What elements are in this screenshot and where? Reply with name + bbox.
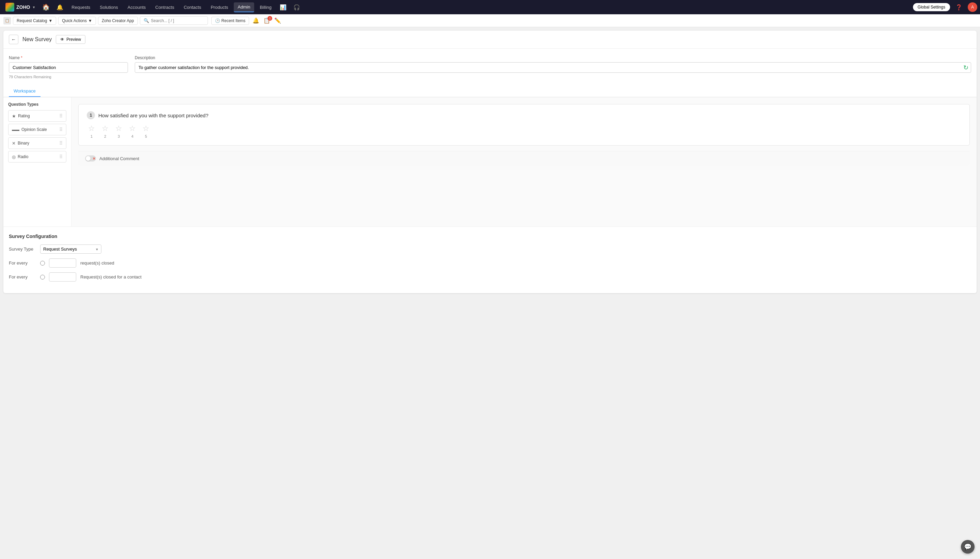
- binary-icon: ✕: [12, 141, 16, 146]
- name-input[interactable]: [9, 62, 128, 73]
- avatar[interactable]: A: [968, 2, 977, 12]
- star-label-5: 5: [145, 134, 147, 138]
- desc-label: Description: [135, 55, 971, 60]
- analytics-icon[interactable]: 📊: [277, 3, 289, 12]
- additional-comment-label: Additional Comment: [99, 156, 139, 161]
- for-every-radio-2[interactable]: [40, 275, 45, 280]
- name-label: Name *: [9, 55, 128, 60]
- refresh-icon-button[interactable]: ↻: [963, 64, 968, 71]
- opinion-scale-icon: ▬▬: [12, 127, 19, 132]
- star-label-2: 2: [104, 134, 106, 138]
- notes-icon-button[interactable]: 📋 1: [263, 17, 271, 25]
- search-bar[interactable]: 🔍: [140, 17, 208, 25]
- logo[interactable]: ZOHO ▼: [3, 3, 38, 12]
- star-1[interactable]: ☆ 1: [88, 124, 95, 138]
- desc-wrapper: ↻: [135, 62, 971, 73]
- additional-comment-row: ✕ Additional Comment: [78, 151, 970, 165]
- toggle-x-icon: ✕: [93, 157, 95, 160]
- survey-workspace: 1 How satisfied are you with the support…: [71, 97, 977, 227]
- help-icon[interactable]: ❓: [953, 3, 965, 12]
- nav-requests[interactable]: Requests: [67, 3, 94, 12]
- survey-type-select-wrap: Request Surveys Contact Surveys: [40, 245, 101, 254]
- for-every-input-2[interactable]: [49, 272, 76, 281]
- star-icon-1: ☆: [88, 124, 95, 133]
- global-settings-button[interactable]: Global Settings: [913, 3, 950, 11]
- catalog-icon: 📋: [3, 17, 11, 25]
- star-icon-5: ☆: [143, 124, 149, 133]
- desc-input[interactable]: [135, 62, 971, 73]
- drag-handle-opinion[interactable]: ⠿: [59, 127, 63, 132]
- nav-contracts[interactable]: Contracts: [151, 3, 178, 12]
- nav-products[interactable]: Products: [207, 3, 232, 12]
- recent-items-button[interactable]: 🕒 Recent Items: [211, 17, 249, 25]
- star-3[interactable]: ☆ 3: [115, 124, 122, 138]
- preview-label: Preview: [66, 37, 81, 42]
- page-header: ← New Survey 👁 Preview: [3, 31, 977, 49]
- recent-icon: 🕒: [215, 18, 220, 23]
- toggle-knob: [86, 156, 91, 161]
- config-title: Survey Configuration: [9, 233, 971, 239]
- panel-title: Question Types: [8, 102, 66, 107]
- nav-contacts[interactable]: Contacts: [180, 3, 205, 12]
- form-area: Name * 79 Characters Remaining Descripti…: [3, 49, 977, 86]
- star-icon-4: ☆: [129, 124, 136, 133]
- star-4[interactable]: ☆ 4: [129, 124, 136, 138]
- additional-comment-toggle[interactable]: ✕: [85, 155, 96, 162]
- for-every-row-2: For every Request(s) closed for a contac…: [9, 272, 971, 281]
- survey-type-row: Survey Type Request Surveys Contact Surv…: [9, 245, 971, 254]
- drag-handle-binary[interactable]: ⠿: [59, 141, 63, 146]
- for-every-input-1[interactable]: [49, 258, 76, 268]
- for-every-label-1: For every: [9, 260, 36, 266]
- nav-accounts[interactable]: Accounts: [124, 3, 150, 12]
- star-icon-2: ☆: [102, 124, 109, 133]
- recent-label: Recent Items: [222, 18, 246, 23]
- drag-handle-rating[interactable]: ⠿: [59, 113, 63, 119]
- star-5[interactable]: ☆ 5: [143, 124, 149, 138]
- quick-actions-chevron-icon: ▼: [88, 18, 92, 23]
- nav-admin[interactable]: Admin: [234, 2, 255, 12]
- tab-workspace[interactable]: Workspace: [9, 86, 40, 97]
- qtype-opinion-scale[interactable]: ▬▬ Opinion Scale ⠿: [8, 124, 66, 135]
- nav-solutions[interactable]: Solutions: [96, 3, 122, 12]
- question-block-1: 1 How satisfied are you with the support…: [78, 104, 970, 146]
- drag-handle-radio[interactable]: ⠿: [59, 154, 63, 159]
- chevron-down-icon: ▼: [32, 5, 35, 9]
- star-label-1: 1: [91, 134, 93, 138]
- qtype-radio-label: Radio: [18, 154, 28, 159]
- question-types-panel: Question Types ★ Rating ⠿ ▬▬ Opinion Sca…: [3, 97, 71, 227]
- back-button[interactable]: ←: [9, 35, 18, 44]
- workspace-tabs: Workspace: [3, 86, 977, 97]
- bell-icon-button[interactable]: 🔔: [252, 17, 260, 25]
- survey-type-select[interactable]: Request Surveys Contact Surveys: [40, 245, 101, 254]
- radio-icon: ◎: [12, 154, 16, 159]
- notifications-button[interactable]: 🔔: [54, 3, 66, 12]
- workspace-body: Question Types ★ Rating ⠿ ▬▬ Opinion Sca…: [3, 97, 977, 227]
- qtype-radio[interactable]: ◎ Radio ⠿: [8, 151, 66, 162]
- star-icon-3: ☆: [115, 124, 122, 133]
- star-2[interactable]: ☆ 2: [102, 124, 109, 138]
- required-star: *: [21, 55, 22, 60]
- request-catalog-button[interactable]: Request Catalog ▼: [13, 17, 56, 25]
- second-navigation: 📋 Request Catalog ▼ Quick Actions ▼ Zoho…: [0, 14, 980, 27]
- star-label-3: 3: [118, 134, 120, 138]
- page-title: New Survey: [22, 36, 52, 43]
- creator-label: Zoho Creator App: [102, 18, 134, 23]
- question-text: How satisfied are you with the support p…: [98, 112, 209, 118]
- nav-billing[interactable]: Billing: [255, 3, 275, 12]
- home-button[interactable]: 🏠: [40, 2, 52, 13]
- qtype-binary[interactable]: ✕ Binary ⠿: [8, 137, 66, 149]
- qtype-rating[interactable]: ★ Rating ⠿: [8, 110, 66, 122]
- toggle-wrap: ✕: [85, 155, 96, 162]
- search-input[interactable]: [151, 18, 202, 23]
- zoho-creator-button[interactable]: Zoho Creator App: [98, 17, 138, 25]
- headset-icon[interactable]: 🎧: [290, 3, 303, 12]
- edit-icon-button[interactable]: ✏️: [274, 17, 282, 25]
- quick-actions-button[interactable]: Quick Actions ▼: [58, 17, 96, 25]
- for-every-radio-1[interactable]: [40, 261, 45, 266]
- qtype-binary-label: Binary: [18, 141, 29, 146]
- for-every-row-1: For every request(s) closed: [9, 258, 971, 268]
- logo-text: ZOHO: [17, 5, 30, 10]
- question-number: 1: [87, 111, 95, 119]
- qtype-opinion-label: Opinion Scale: [22, 127, 47, 132]
- preview-button[interactable]: 👁 Preview: [56, 35, 85, 44]
